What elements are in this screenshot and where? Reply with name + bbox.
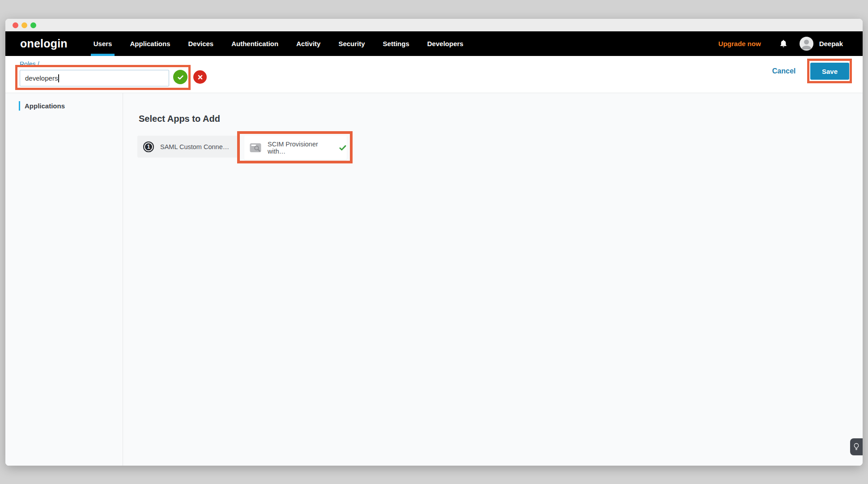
- nav-tab-security[interactable]: Security: [338, 31, 365, 56]
- nav-tab-developers[interactable]: Developers: [427, 31, 464, 56]
- confirm-rename-button[interactable]: [173, 70, 187, 84]
- nav-tab-authentication[interactable]: Authentication: [231, 31, 278, 56]
- sidebar-item-label: Applications: [25, 102, 65, 110]
- nav-tab-users[interactable]: Users: [94, 31, 112, 56]
- role-name-input[interactable]: developers: [20, 70, 169, 86]
- page-title: Select Apps to Add: [139, 114, 220, 124]
- lightbulb-icon: [853, 443, 859, 451]
- x-icon: [196, 73, 204, 81]
- app-count-badge: 1: [143, 141, 154, 152]
- window-close-button[interactable]: [13, 22, 18, 28]
- save-button[interactable]: Save: [810, 63, 849, 80]
- app-name: SAML Custom Conne…: [160, 143, 229, 150]
- nav-tab-applications[interactable]: Applications: [130, 31, 170, 56]
- onelogin-logo: onelogin: [20, 37, 68, 50]
- page-header: Roles / developers Cancel Save: [5, 56, 863, 93]
- bell-icon[interactable]: [779, 39, 788, 49]
- breadcrumb[interactable]: Roles /: [20, 60, 39, 68]
- app-card-magnifier-icon: [250, 143, 261, 153]
- app-card-scim[interactable]: SCIM Provisioner with…: [244, 136, 347, 160]
- nav-tab-settings[interactable]: Settings: [383, 31, 409, 56]
- content-area: Applications Select Apps to Add 1 SAML C…: [5, 93, 863, 466]
- app-name: SCIM Provisioner with…: [268, 141, 334, 155]
- sidebar: Applications: [5, 93, 123, 466]
- nav-tab-activity[interactable]: Activity: [296, 31, 320, 56]
- browser-window: onelogin Users Applications Devices Auth…: [5, 19, 863, 466]
- cancel-button[interactable]: Cancel: [766, 63, 802, 80]
- green-check-icon: [339, 144, 347, 152]
- window-minimize-button[interactable]: [21, 22, 27, 28]
- user-name[interactable]: Deepak: [819, 40, 843, 47]
- role-name-value: developers: [25, 74, 58, 82]
- window-titlebar: [5, 19, 863, 31]
- upgrade-now-link[interactable]: Upgrade now: [719, 40, 761, 47]
- top-navbar: onelogin Users Applications Devices Auth…: [5, 31, 863, 56]
- nav-tab-devices[interactable]: Devices: [188, 31, 213, 56]
- app-card-saml[interactable]: 1 SAML Custom Conne…: [137, 136, 238, 158]
- navbar-right-group: Upgrade now Deepak: [719, 37, 863, 51]
- text-cursor: [58, 74, 59, 82]
- cancel-rename-button[interactable]: [193, 70, 207, 84]
- primary-nav: Users Applications Devices Authenticatio…: [94, 31, 464, 56]
- check-icon: [177, 73, 184, 81]
- sidebar-item-applications[interactable]: Applications: [19, 101, 65, 111]
- help-lightbulb-tab[interactable]: [850, 438, 863, 455]
- user-avatar[interactable]: [800, 37, 813, 51]
- window-zoom-button[interactable]: [30, 22, 36, 28]
- active-indicator-bar: [19, 101, 20, 111]
